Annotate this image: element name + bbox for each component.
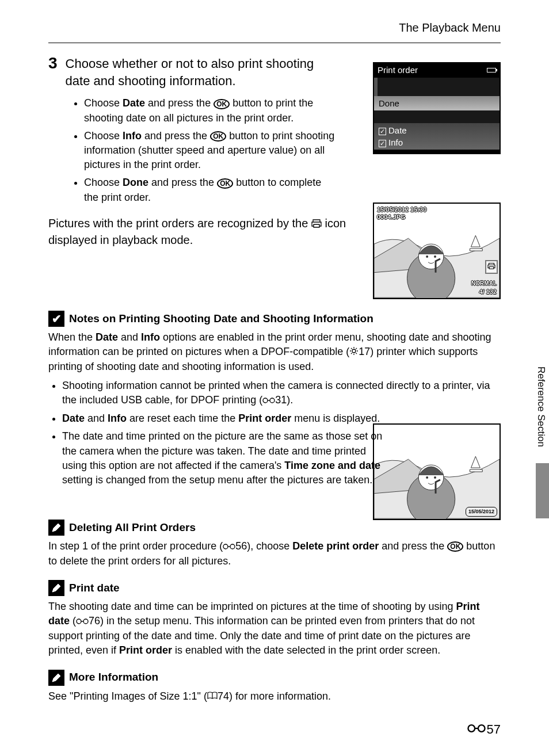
ok-icon: OK xyxy=(447,541,463,552)
lcd-quality: NORMAL xyxy=(471,280,497,288)
notes-bullet-list: Shooting information cannot be printed w… xyxy=(48,379,501,487)
lcd-title: Print order xyxy=(378,64,418,76)
print-order-paragraph: Pictures with the print orders are recog… xyxy=(48,215,348,249)
step-bullet-done: Choose Done and press the OK button to c… xyxy=(84,175,338,204)
svg-point-3 xyxy=(426,255,428,258)
ref-e-icon xyxy=(262,394,275,408)
ok-icon: OK xyxy=(214,99,230,109)
deleting-heading: Deleting All Print Orders xyxy=(69,520,196,536)
svg-point-10 xyxy=(352,349,356,353)
deleting-paragraph: In step 1 of the print order procedure (… xyxy=(48,539,501,568)
side-tab: Reference Section xyxy=(536,363,549,518)
camera-screen-print-order: Print order Done ✓Date ✓Info xyxy=(373,62,501,154)
more-info-paragraph: See "Printing Images of Size 1:1" ( 74) … xyxy=(48,689,501,704)
svg-point-23 xyxy=(230,544,235,549)
ref-e-icon xyxy=(223,540,235,554)
note-pencil-icon xyxy=(48,580,64,596)
battery-icon xyxy=(489,205,497,214)
step-bullet-list: Choose Date and press the OK button to p… xyxy=(68,96,338,204)
svg-line-18 xyxy=(356,348,357,349)
ref-e-icon xyxy=(76,614,89,629)
svg-line-17 xyxy=(351,353,352,354)
lcd-count: 4/ 132 xyxy=(479,288,497,296)
print-order-icon xyxy=(311,216,322,232)
svg-point-29 xyxy=(478,725,485,732)
ok-icon: OK xyxy=(217,178,233,189)
notes-heading: Notes on Printing Shooting Date and Shoo… xyxy=(69,311,373,327)
lcd-done-row: Done xyxy=(374,96,500,110)
notes-paragraph: When the Date and Info options are enabl… xyxy=(48,330,501,374)
caution-icon: ✔ xyxy=(48,311,64,327)
battery-icon xyxy=(487,68,496,72)
svg-line-16 xyxy=(356,353,357,354)
step-bullet-date: Choose Date and press the OK button to p… xyxy=(84,96,338,125)
checkbox-icon: ✓ xyxy=(379,128,386,135)
note-pencil-icon xyxy=(48,520,64,536)
svg-point-26 xyxy=(83,619,88,624)
camera-screen-playback: 15/05/2012 15:30 0004.JPG NORMAL 4/ 132 xyxy=(373,203,501,299)
svg-point-28 xyxy=(468,725,475,732)
checkbox-icon: ✓ xyxy=(379,140,386,147)
print-order-icon xyxy=(485,260,498,274)
lcd-filename: 0004.JPG xyxy=(377,213,406,222)
page-number: 57 xyxy=(467,721,501,739)
step-number: 3 xyxy=(48,55,58,71)
lcd-options: ✓Date ✓Info xyxy=(374,123,500,150)
svg-point-25 xyxy=(77,619,81,624)
notes-bullet-2: Date and Info are reset each time the Pr… xyxy=(62,411,501,426)
svg-line-15 xyxy=(351,348,352,349)
side-tab-dark xyxy=(536,463,549,518)
header-divider xyxy=(48,43,501,43)
notes-bullet-1: Shooting information cannot be printed w… xyxy=(62,379,501,408)
print-date-paragraph: The shooting date and time can be imprin… xyxy=(48,600,501,658)
step-bullet-info: Choose Info and press the OK button to p… xyxy=(84,129,338,173)
svg-point-20 xyxy=(270,398,274,403)
print-date-heading: Print date xyxy=(69,581,120,596)
svg-point-4 xyxy=(434,255,436,258)
svg-point-22 xyxy=(223,544,228,549)
svg-point-19 xyxy=(263,398,268,403)
ref-e-icon xyxy=(467,721,486,739)
book-icon xyxy=(207,689,218,704)
xref-icon xyxy=(349,345,359,360)
page-header-title: The Playback Menu xyxy=(399,20,501,36)
side-tab-label: Reference Section xyxy=(536,363,549,463)
note-pencil-icon xyxy=(48,670,64,686)
notes-bullet-3: The date and time printed on the picture… xyxy=(62,429,384,487)
more-info-heading: More Information xyxy=(69,670,158,685)
ok-icon: OK xyxy=(210,131,226,142)
